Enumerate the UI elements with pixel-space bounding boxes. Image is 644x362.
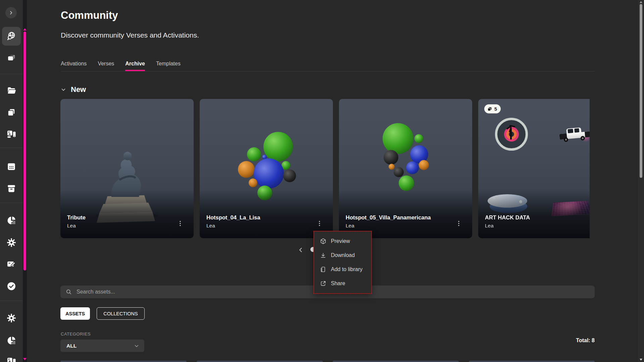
asset-card-hotspot-04[interactable]: Hotspot_04_La_Lisa Lea — [200, 99, 333, 238]
section-new-toggle[interactable]: New — [60, 85, 86, 94]
menu-item-label: Share — [331, 280, 345, 287]
media-devices-icon — [6, 129, 16, 139]
badge-count: 5 — [494, 106, 497, 112]
sidebar-item-notes[interactable] — [0, 259, 23, 269]
sidebar-divider — [0, 148, 23, 148]
globe-search-icon — [6, 31, 17, 42]
kebab-icon — [455, 220, 462, 227]
tab-activations[interactable]: Activations — [61, 61, 87, 71]
pie-chart-icon — [6, 335, 16, 346]
sidebar-divider — [0, 203, 23, 203]
sidebar-scrollbar-thumb[interactable] — [23, 32, 26, 270]
asset-grid-card-top — [333, 361, 459, 362]
check-circle-icon — [6, 281, 16, 291]
tab-templates[interactable]: Templates — [156, 61, 181, 71]
asset-menu-button[interactable] — [454, 218, 463, 229]
sidebar-item-files[interactable] — [0, 86, 23, 96]
sidebar-item-settings[interactable] — [0, 238, 23, 248]
asset-title: Tribute — [67, 214, 86, 221]
page-scrollbar-thumb[interactable] — [640, 4, 642, 178]
collections-filter-button[interactable]: COLLECTIONS — [97, 307, 145, 320]
scroll-down-arrow-icon[interactable] — [640, 359, 642, 361]
sidebar-divider — [0, 301, 23, 301]
search-icon — [60, 289, 72, 295]
tab-archive[interactable]: Archive — [125, 61, 145, 71]
asset-grid-card-top — [60, 361, 187, 362]
asset-card-art-hack-data[interactable]: 5 ART HACK DATA Lea — [478, 99, 590, 238]
tab-verses[interactable]: Verses — [98, 61, 114, 71]
section-title: New — [71, 85, 86, 94]
archive-box-icon — [6, 184, 16, 194]
menu-item-download[interactable]: Download — [314, 248, 371, 262]
cube-3d-icon — [320, 238, 327, 245]
folder-open-icon — [6, 86, 16, 96]
share-icon — [320, 280, 327, 287]
sidebar-item-media[interactable] — [0, 129, 23, 139]
cards-carousel: Tribute Lea Hotspot_04_La_L — [60, 99, 590, 238]
sidebar-item-analytics[interactable] — [0, 215, 23, 225]
sidebar — [0, 0, 23, 362]
tabs-divider — [61, 71, 595, 71]
asset-author: Lea — [485, 223, 494, 229]
chevron-down-icon — [60, 87, 66, 93]
card-footer-gradient — [60, 190, 194, 238]
scroll-up-arrow-icon[interactable] — [640, 1, 642, 3]
card-footer-gradient — [200, 190, 333, 238]
asset-grid-card-top — [197, 361, 323, 362]
sidebar-item-calendar[interactable] — [0, 161, 23, 171]
kebab-icon — [177, 220, 184, 227]
menu-item-label: Preview — [331, 238, 350, 244]
asset-menu-button[interactable] — [315, 218, 324, 229]
scroll-down-arrow-icon[interactable] — [23, 358, 27, 360]
library-add-icon — [320, 266, 327, 273]
gear-icon — [6, 313, 16, 323]
pie-chart-icon — [6, 215, 16, 225]
asset-card-tribute[interactable]: Tribute Lea — [60, 99, 194, 238]
page-subtitle: Discover community Verses and Activation… — [61, 31, 199, 39]
carousel-prev-button[interactable] — [297, 246, 305, 254]
sidebar-item-discover[interactable] — [2, 27, 21, 46]
menu-item-share[interactable]: Share — [314, 276, 371, 291]
copy-icon — [487, 106, 492, 112]
asset-card-hotspot-05[interactable]: Hotspot_05_Villa_Panamericana Lea — [339, 99, 472, 238]
app-root: Community Discover community Verses and … — [0, 0, 644, 362]
page-title: Community — [61, 9, 118, 21]
sidebar-item-duplicates[interactable] — [0, 107, 23, 117]
download-icon — [320, 252, 327, 259]
asset-grid-card-top — [469, 361, 595, 362]
menu-item-preview[interactable]: Preview — [314, 234, 371, 248]
asset-context-menu: Preview Download Add to library — [313, 231, 372, 294]
menu-item-label: Download — [331, 252, 355, 258]
copy-icon — [6, 107, 16, 117]
media-devices-icon — [6, 356, 16, 362]
category-selected-value: ALL — [66, 343, 134, 349]
expand-sidebar-button[interactable] — [5, 7, 17, 18]
sidebar-item-verses[interactable] — [0, 53, 23, 63]
menu-item-label: Add to library — [331, 266, 362, 272]
sidebar-item-settings-2[interactable] — [0, 313, 23, 323]
sidebar-item-analytics-2[interactable] — [0, 335, 23, 346]
card-edit-icon — [6, 259, 16, 269]
scroll-up-arrow-icon[interactable] — [23, 28, 27, 31]
chevron-right-icon — [8, 10, 14, 16]
gear-icon — [6, 238, 16, 248]
categories-label: CATEGORIES — [61, 331, 91, 337]
chevron-left-icon — [297, 246, 305, 254]
assets-filter-button[interactable]: ASSETS — [60, 307, 90, 320]
calendar-icon — [6, 161, 16, 171]
layers-icon — [6, 53, 16, 63]
menu-item-add-to-library[interactable]: Add to library — [314, 262, 371, 276]
kebab-icon — [316, 220, 323, 227]
asset-title: Hotspot_05_Villa_Panamericana — [346, 214, 431, 221]
asset-author: Lea — [67, 223, 76, 229]
sidebar-item-media-2[interactable] — [0, 356, 23, 362]
sidebar-item-approvals[interactable] — [0, 281, 23, 291]
medal-badge-art — [495, 118, 528, 151]
category-dropdown[interactable]: ALL — [60, 340, 144, 352]
tab-bar: Activations Verses Archive Templates — [61, 61, 181, 71]
chevron-down-icon — [134, 343, 144, 349]
asset-count-badge: 5 — [484, 104, 501, 113]
sidebar-item-archive[interactable] — [0, 184, 23, 194]
total-count: Total: 8 — [576, 338, 595, 344]
asset-menu-button[interactable] — [176, 218, 185, 229]
